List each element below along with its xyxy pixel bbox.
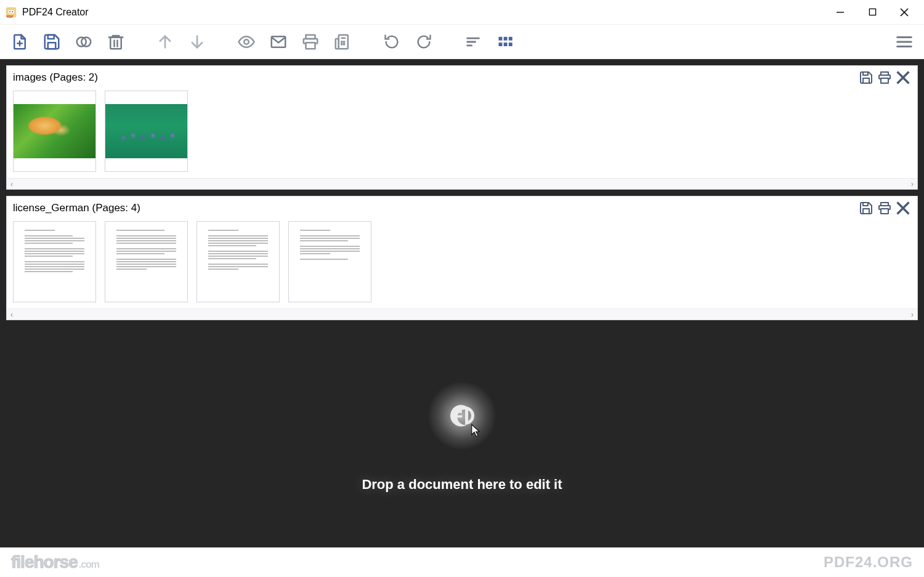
- horizontal-scrollbar[interactable]: ‹ ›: [7, 178, 917, 189]
- fax-button[interactable]: [329, 28, 356, 55]
- merge-button[interactable]: [70, 28, 97, 55]
- page-thumbnail[interactable]: [13, 91, 96, 172]
- svg-rect-36: [504, 36, 508, 40]
- footer-brand-text: filehorse: [11, 552, 78, 572]
- app-icon: PDF: [4, 5, 18, 20]
- svg-point-29: [344, 41, 345, 42]
- main-toolbar: [0, 25, 924, 59]
- svg-rect-35: [499, 36, 503, 40]
- document-header: images (Pages: 2): [7, 66, 917, 87]
- svg-rect-53: [881, 209, 888, 214]
- window-title: PDF24 Creator: [22, 7, 89, 18]
- drop-zone[interactable]: Drop a document here to edit it: [6, 326, 918, 547]
- svg-rect-24: [306, 42, 315, 49]
- delete-button[interactable]: [102, 28, 129, 55]
- page-thumbnail[interactable]: [197, 221, 280, 302]
- svg-rect-39: [504, 42, 508, 46]
- image-preview-icon: [14, 104, 95, 158]
- page-thumbnail[interactable]: [105, 91, 188, 172]
- svg-rect-47: [881, 78, 888, 83]
- workspace: images (Pages: 2) ‹ ›: [0, 59, 924, 547]
- svg-point-28: [341, 41, 342, 42]
- drop-zone-icon: [428, 382, 496, 450]
- drop-zone-text: Drop a document here to edit it: [362, 477, 562, 493]
- page-thumbnail[interactable]: [13, 221, 96, 302]
- save-button[interactable]: [38, 28, 65, 55]
- horizontal-scrollbar[interactable]: ‹ ›: [7, 309, 917, 320]
- svg-rect-26: [336, 39, 339, 49]
- document-title: license_German (Pages: 4): [13, 202, 140, 214]
- doc-print-button[interactable]: [875, 69, 894, 86]
- svg-point-3: [9, 11, 10, 12]
- minimize-button[interactable]: [824, 0, 856, 25]
- footer-brand-suffix: .com: [79, 559, 99, 570]
- svg-rect-45: [863, 78, 869, 83]
- doc-print-button[interactable]: [875, 200, 894, 217]
- move-down-button[interactable]: [184, 28, 211, 55]
- text-preview-icon: [18, 225, 91, 299]
- text-preview-icon: [110, 225, 182, 299]
- footer: filehorse.com PDF24.ORG: [0, 547, 924, 577]
- footer-left-brand: filehorse.com: [11, 552, 99, 572]
- maximize-button[interactable]: [856, 0, 888, 25]
- svg-text:PDF: PDF: [7, 15, 14, 18]
- svg-rect-44: [863, 72, 868, 75]
- text-preview-icon: [294, 225, 366, 299]
- rotate-right-button[interactable]: [410, 28, 437, 55]
- svg-rect-37: [509, 36, 513, 40]
- page-thumbnail[interactable]: [288, 221, 371, 302]
- scroll-left-icon[interactable]: ‹: [10, 310, 13, 319]
- title-bar: PDF PDF24 Creator: [0, 0, 924, 25]
- rotate-left-button[interactable]: [378, 28, 405, 55]
- preview-button[interactable]: [233, 28, 260, 55]
- sort-button[interactable]: [460, 28, 487, 55]
- svg-rect-38: [499, 42, 503, 46]
- doc-close-button[interactable]: [894, 69, 912, 86]
- svg-rect-7: [869, 9, 875, 15]
- svg-rect-56: [465, 408, 468, 423]
- svg-point-30: [341, 44, 342, 45]
- move-up-button[interactable]: [152, 28, 179, 55]
- thumbnail-strip: [7, 87, 917, 178]
- page-thumbnail[interactable]: [105, 221, 188, 302]
- email-button[interactable]: [265, 28, 292, 55]
- image-preview-icon: [105, 104, 187, 158]
- new-file-button[interactable]: [6, 28, 33, 55]
- footer-right-brand: PDF24.ORG: [824, 554, 913, 571]
- menu-button[interactable]: [891, 28, 918, 55]
- svg-point-31: [344, 44, 345, 45]
- doc-save-button[interactable]: [857, 69, 875, 86]
- print-button[interactable]: [297, 28, 324, 55]
- svg-point-4: [12, 11, 13, 12]
- doc-save-button[interactable]: [857, 200, 875, 217]
- svg-rect-13: [48, 42, 56, 49]
- scroll-right-icon[interactable]: ›: [911, 180, 914, 188]
- svg-rect-50: [863, 203, 868, 206]
- svg-rect-40: [509, 42, 513, 46]
- scroll-right-icon[interactable]: ›: [911, 310, 914, 319]
- text-preview-icon: [202, 225, 274, 299]
- doc-close-button[interactable]: [894, 200, 912, 217]
- document-group[interactable]: images (Pages: 2) ‹ ›: [6, 65, 918, 190]
- thumbnail-strip: [7, 217, 917, 309]
- close-button[interactable]: [888, 0, 920, 25]
- document-group[interactable]: license_German (Pages: 4) ‹ ›: [6, 196, 918, 320]
- cursor-icon: [470, 424, 484, 437]
- scroll-left-icon[interactable]: ‹: [10, 180, 13, 188]
- document-title: images (Pages: 2): [13, 71, 98, 84]
- svg-rect-12: [48, 34, 54, 38]
- grid-view-button[interactable]: [492, 28, 519, 55]
- svg-point-21: [244, 39, 249, 44]
- svg-rect-16: [110, 37, 121, 49]
- document-header: license_German (Pages: 4): [7, 196, 917, 217]
- svg-rect-51: [863, 209, 869, 214]
